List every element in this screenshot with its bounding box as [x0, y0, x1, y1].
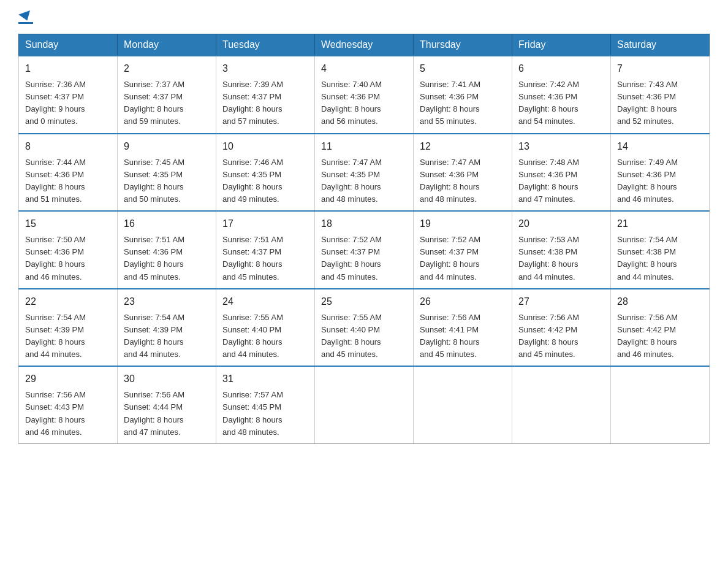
day-number: 13 — [518, 139, 604, 154]
day-info: Sunrise: 7:47 AMSunset: 4:36 PMDaylight:… — [420, 158, 480, 204]
day-number: 14 — [617, 139, 703, 154]
calendar-cell: 15 Sunrise: 7:50 AMSunset: 4:36 PMDaylig… — [19, 211, 118, 289]
calendar-cell: 20 Sunrise: 7:53 AMSunset: 4:38 PMDaylig… — [512, 211, 611, 289]
weekday-header-sunday: Sunday — [19, 34, 118, 56]
day-number: 4 — [321, 61, 407, 76]
calendar-cell: 29 Sunrise: 7:56 AMSunset: 4:43 PMDaylig… — [19, 366, 118, 443]
calendar-cell: 2 Sunrise: 7:37 AMSunset: 4:37 PMDayligh… — [118, 56, 216, 134]
calendar-cell: 22 Sunrise: 7:54 AMSunset: 4:39 PMDaylig… — [19, 289, 118, 367]
logo-triangle-icon — [18, 10, 33, 23]
day-number: 11 — [321, 139, 407, 154]
day-info: Sunrise: 7:54 AMSunset: 4:39 PMDaylight:… — [25, 313, 86, 359]
day-number: 31 — [222, 372, 308, 386]
day-info: Sunrise: 7:44 AMSunset: 4:36 PMDaylight:… — [25, 158, 86, 204]
day-info: Sunrise: 7:56 AMSunset: 4:42 PMDaylight:… — [518, 313, 579, 359]
day-number: 5 — [420, 61, 506, 76]
calendar-cell: 10 Sunrise: 7:46 AMSunset: 4:35 PMDaylig… — [216, 134, 315, 212]
weekday-header-monday: Monday — [118, 34, 216, 56]
day-number: 24 — [222, 294, 308, 309]
day-number: 16 — [124, 216, 210, 231]
day-info: Sunrise: 7:57 AMSunset: 4:45 PMDaylight:… — [222, 390, 283, 436]
calendar-cell: 28 Sunrise: 7:56 AMSunset: 4:42 PMDaylig… — [611, 289, 710, 367]
day-info: Sunrise: 7:42 AMSunset: 4:36 PMDaylight:… — [518, 80, 579, 126]
day-number: 25 — [321, 294, 407, 309]
weekday-header-saturday: Saturday — [611, 34, 710, 56]
calendar-cell: 18 Sunrise: 7:52 AMSunset: 4:37 PMDaylig… — [315, 211, 414, 289]
day-info: Sunrise: 7:55 AMSunset: 4:40 PMDaylight:… — [321, 313, 382, 359]
weekday-header-wednesday: Wednesday — [315, 34, 414, 56]
day-number: 12 — [420, 139, 506, 154]
calendar-cell: 17 Sunrise: 7:51 AMSunset: 4:37 PMDaylig… — [216, 211, 315, 289]
calendar-cell: 26 Sunrise: 7:56 AMSunset: 4:41 PMDaylig… — [414, 289, 512, 367]
calendar-week-row: 15 Sunrise: 7:50 AMSunset: 4:36 PMDaylig… — [19, 211, 710, 289]
calendar-cell: 12 Sunrise: 7:47 AMSunset: 4:36 PMDaylig… — [414, 134, 512, 212]
calendar-cell — [512, 366, 611, 443]
calendar-table: SundayMondayTuesdayWednesdayThursdayFrid… — [18, 34, 710, 444]
day-info: Sunrise: 7:46 AMSunset: 4:35 PMDaylight:… — [222, 158, 283, 204]
calendar-cell: 25 Sunrise: 7:55 AMSunset: 4:40 PMDaylig… — [315, 289, 414, 367]
calendar-cell: 23 Sunrise: 7:54 AMSunset: 4:39 PMDaylig… — [118, 289, 216, 367]
day-info: Sunrise: 7:51 AMSunset: 4:36 PMDaylight:… — [124, 235, 184, 281]
day-number: 18 — [321, 216, 407, 231]
day-info: Sunrise: 7:37 AMSunset: 4:37 PMDaylight:… — [124, 80, 184, 126]
calendar-cell: 4 Sunrise: 7:40 AMSunset: 4:36 PMDayligh… — [315, 56, 414, 134]
calendar-cell — [611, 366, 710, 443]
weekday-header-thursday: Thursday — [414, 34, 512, 56]
day-number: 26 — [420, 294, 506, 309]
logo — [18, 12, 33, 24]
day-info: Sunrise: 7:56 AMSunset: 4:41 PMDaylight:… — [420, 313, 480, 359]
day-info: Sunrise: 7:47 AMSunset: 4:35 PMDaylight:… — [321, 158, 382, 204]
calendar-cell: 8 Sunrise: 7:44 AMSunset: 4:36 PMDayligh… — [19, 134, 118, 212]
day-number: 8 — [25, 139, 111, 154]
calendar-week-row: 29 Sunrise: 7:56 AMSunset: 4:43 PMDaylig… — [19, 366, 710, 443]
day-info: Sunrise: 7:49 AMSunset: 4:36 PMDaylight:… — [617, 158, 678, 204]
day-number: 7 — [617, 61, 703, 76]
calendar-cell: 7 Sunrise: 7:43 AMSunset: 4:36 PMDayligh… — [611, 56, 710, 134]
calendar-cell: 21 Sunrise: 7:54 AMSunset: 4:38 PMDaylig… — [611, 211, 710, 289]
calendar-cell: 31 Sunrise: 7:57 AMSunset: 4:45 PMDaylig… — [216, 366, 315, 443]
day-info: Sunrise: 7:50 AMSunset: 4:36 PMDaylight:… — [25, 235, 86, 281]
calendar-cell: 5 Sunrise: 7:41 AMSunset: 4:36 PMDayligh… — [414, 56, 512, 134]
day-info: Sunrise: 7:51 AMSunset: 4:37 PMDaylight:… — [222, 235, 283, 281]
day-number: 27 — [518, 294, 604, 309]
calendar-cell — [315, 366, 414, 443]
calendar-cell: 11 Sunrise: 7:47 AMSunset: 4:35 PMDaylig… — [315, 134, 414, 212]
calendar-cell: 16 Sunrise: 7:51 AMSunset: 4:36 PMDaylig… — [118, 211, 216, 289]
day-info: Sunrise: 7:48 AMSunset: 4:36 PMDaylight:… — [518, 158, 579, 204]
day-number: 1 — [25, 61, 111, 76]
day-info: Sunrise: 7:54 AMSunset: 4:38 PMDaylight:… — [617, 235, 678, 281]
day-info: Sunrise: 7:40 AMSunset: 4:36 PMDaylight:… — [321, 80, 382, 126]
weekday-header-friday: Friday — [512, 34, 611, 56]
calendar-cell: 1 Sunrise: 7:36 AMSunset: 4:37 PMDayligh… — [19, 56, 118, 134]
calendar-week-row: 8 Sunrise: 7:44 AMSunset: 4:36 PMDayligh… — [19, 134, 710, 212]
day-info: Sunrise: 7:41 AMSunset: 4:36 PMDaylight:… — [420, 80, 480, 126]
day-info: Sunrise: 7:39 AMSunset: 4:37 PMDaylight:… — [222, 80, 283, 126]
day-info: Sunrise: 7:55 AMSunset: 4:40 PMDaylight:… — [222, 313, 283, 359]
day-info: Sunrise: 7:56 AMSunset: 4:43 PMDaylight:… — [25, 390, 86, 436]
calendar-header-row: SundayMondayTuesdayWednesdayThursdayFrid… — [19, 34, 710, 56]
day-number: 23 — [124, 294, 210, 309]
day-number: 30 — [124, 372, 210, 386]
day-number: 3 — [222, 61, 308, 76]
day-number: 28 — [617, 294, 703, 309]
day-number: 15 — [25, 216, 111, 231]
day-info: Sunrise: 7:43 AMSunset: 4:36 PMDaylight:… — [617, 80, 678, 126]
logo-underline — [18, 22, 33, 24]
day-info: Sunrise: 7:45 AMSunset: 4:35 PMDaylight:… — [124, 158, 184, 204]
calendar-cell: 6 Sunrise: 7:42 AMSunset: 4:36 PMDayligh… — [512, 56, 611, 134]
day-info: Sunrise: 7:54 AMSunset: 4:39 PMDaylight:… — [124, 313, 184, 359]
calendar-cell: 27 Sunrise: 7:56 AMSunset: 4:42 PMDaylig… — [512, 289, 611, 367]
weekday-header-tuesday: Tuesday — [216, 34, 315, 56]
calendar-cell — [414, 366, 512, 443]
day-number: 17 — [222, 216, 308, 231]
day-number: 9 — [124, 139, 210, 154]
day-info: Sunrise: 7:36 AMSunset: 4:37 PMDaylight:… — [25, 80, 86, 126]
calendar-week-row: 22 Sunrise: 7:54 AMSunset: 4:39 PMDaylig… — [19, 289, 710, 367]
day-info: Sunrise: 7:56 AMSunset: 4:44 PMDaylight:… — [124, 390, 184, 436]
calendar-cell: 30 Sunrise: 7:56 AMSunset: 4:44 PMDaylig… — [118, 366, 216, 443]
calendar-cell: 9 Sunrise: 7:45 AMSunset: 4:35 PMDayligh… — [118, 134, 216, 212]
calendar-cell: 3 Sunrise: 7:39 AMSunset: 4:37 PMDayligh… — [216, 56, 315, 134]
calendar-cell: 24 Sunrise: 7:55 AMSunset: 4:40 PMDaylig… — [216, 289, 315, 367]
day-number: 20 — [518, 216, 604, 231]
page-header — [18, 12, 710, 24]
